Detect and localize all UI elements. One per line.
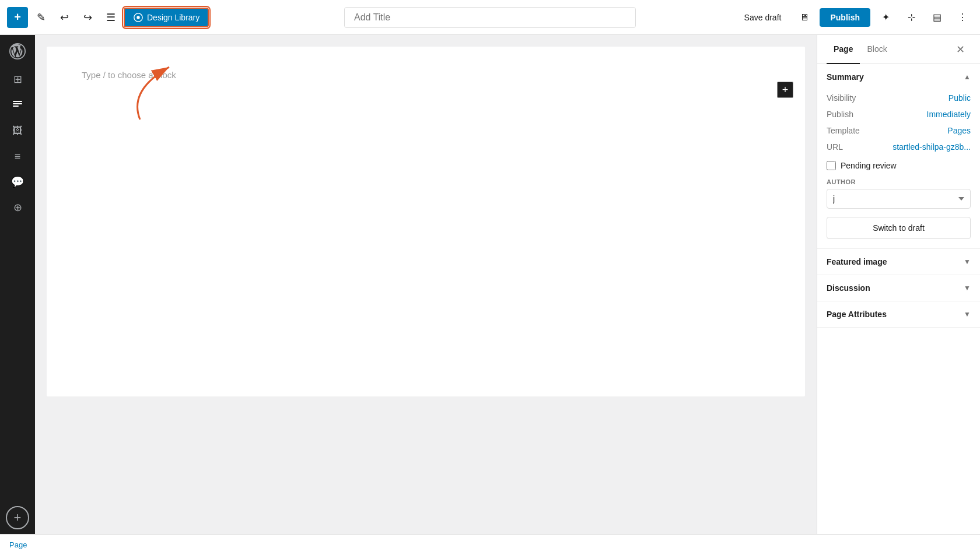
main-layout: ⊞ 🖼 ≡ 💬 ⊕ + <box>0 35 980 534</box>
svg-rect-5 <box>13 106 19 107</box>
sidebar-item-plugins[interactable]: ⊕ <box>6 196 29 219</box>
featured-image-section: Featured image ▼ <box>817 249 980 275</box>
page-attributes-title: Page Attributes <box>827 310 887 319</box>
list-icon: ☰ <box>106 11 116 24</box>
featured-image-title: Featured image <box>827 257 887 266</box>
publish-button[interactable]: Publish <box>820 8 870 27</box>
pages-icon: ≡ <box>15 150 21 163</box>
more-options-button[interactable]: ⋮ <box>952 7 973 28</box>
design-library-label: Design Library <box>147 13 200 22</box>
page-attributes-chevron-icon: ▼ <box>964 310 971 318</box>
summary-section-header[interactable]: Summary ▲ <box>817 64 980 90</box>
plus-icon: + <box>14 10 21 24</box>
visibility-label: Visibility <box>827 93 856 103</box>
plugins-icon: ⊕ <box>13 201 22 214</box>
summary-title: Summary <box>827 72 864 82</box>
pencil-icon: ✎ <box>37 11 46 24</box>
author-select[interactable]: j <box>827 189 971 209</box>
svg-point-1 <box>136 16 139 19</box>
author-section: AUTHOR j <box>827 174 971 211</box>
pending-review-row: Pending review <box>827 155 971 174</box>
tab-block[interactable]: Block <box>860 35 894 64</box>
sparkle-button[interactable]: ✦ <box>875 7 896 28</box>
dashboard-icon: ⊞ <box>13 73 22 86</box>
toolbar-right: Save draft 🖥 Publish ✦ ⊹ ▤ ⋮ <box>733 7 973 28</box>
wp-logo-icon <box>9 43 26 59</box>
sidebar-item-comments[interactable]: 💬 <box>6 170 29 194</box>
summary-section: Summary ▲ Visibility Public Publish Imme… <box>817 64 980 249</box>
toolbar-center <box>250 7 730 28</box>
url-value[interactable]: startled-shilpa-gz8b... <box>892 142 971 152</box>
discussion-header[interactable]: Discussion ▼ <box>817 275 980 301</box>
summary-content: Visibility Public Publish Immediately Te… <box>817 90 980 248</box>
toolbar: + ✎ ↩ ↪ ☰ Design Library Save draft 🖥 <box>0 0 980 35</box>
summary-chevron-up-icon: ▲ <box>964 73 971 81</box>
design-library-icon <box>133 12 144 23</box>
wordpress-logo[interactable] <box>6 40 29 63</box>
publish-meta-label: Publish <box>827 110 853 119</box>
pending-review-checkbox[interactable] <box>827 161 836 170</box>
add-block-inline-button[interactable]: + <box>777 82 793 98</box>
sidebar-item-posts[interactable] <box>6 93 29 117</box>
monitor-icon: 🖥 <box>800 12 809 23</box>
page-attributes-header[interactable]: Page Attributes ▼ <box>817 301 980 327</box>
ellipsis-icon: ⋮ <box>958 12 967 23</box>
template-value[interactable]: Pages <box>947 126 971 135</box>
publish-row: Publish Immediately <box>827 106 971 122</box>
sidebar-icon: ▤ <box>933 12 942 23</box>
plus-sidebar-icon: + <box>14 510 22 525</box>
undo-icon: ↩ <box>60 11 69 24</box>
svg-rect-4 <box>13 103 22 104</box>
close-sidebar-button[interactable]: ✕ <box>950 39 971 60</box>
add-block-toolbar-button[interactable]: + <box>7 7 28 28</box>
url-label: URL <box>827 142 843 152</box>
editor-area: Type / to choose a block + <box>35 35 817 534</box>
edit-button[interactable]: ✎ <box>30 7 51 28</box>
featured-image-chevron-icon: ▼ <box>964 258 971 266</box>
visibility-row: Visibility Public <box>827 90 971 106</box>
list-view-button[interactable]: ☰ <box>100 7 121 28</box>
bottom-bar: Page <box>0 534 980 555</box>
discussion-title: Discussion <box>827 283 870 293</box>
save-draft-button[interactable]: Save draft <box>736 9 790 26</box>
ai-button[interactable]: ⊹ <box>901 7 922 28</box>
view-button[interactable]: 🖥 <box>794 7 815 28</box>
url-row: URL startled-shilpa-gz8b... <box>827 139 971 155</box>
media-icon: 🖼 <box>12 125 23 137</box>
featured-image-header[interactable]: Featured image ▼ <box>817 249 980 275</box>
left-sidebar: ⊞ 🖼 ≡ 💬 ⊕ + <box>0 35 35 534</box>
sidebar-tabs: Page Block ✕ <box>817 35 980 64</box>
editor-canvas: Type / to choose a block + <box>47 47 805 396</box>
sidebar-item-pages[interactable]: ≡ <box>6 145 29 168</box>
posts-icon <box>12 99 23 111</box>
page-attributes-section: Page Attributes ▼ <box>817 301 980 328</box>
bottom-bar-label: Page <box>9 540 27 549</box>
comments-icon: 💬 <box>11 175 24 188</box>
redo-button[interactable]: ↪ <box>77 7 98 28</box>
right-sidebar: Page Block ✕ Summary ▲ Visibility Public <box>817 35 980 534</box>
pending-review-label: Pending review <box>841 161 897 170</box>
author-label: AUTHOR <box>827 178 971 185</box>
switch-to-draft-button[interactable]: Switch to draft <box>827 217 971 239</box>
sidebar-add-button[interactable]: + <box>6 506 29 529</box>
close-icon: ✕ <box>956 43 965 56</box>
discussion-section: Discussion ▼ <box>817 275 980 301</box>
publish-value[interactable]: Immediately <box>927 110 971 119</box>
undo-button[interactable]: ↩ <box>54 7 75 28</box>
design-library-button[interactable]: Design Library <box>124 8 209 27</box>
tab-page[interactable]: Page <box>827 35 860 64</box>
visibility-value[interactable]: Public <box>949 93 971 103</box>
settings-sidebar-button[interactable]: ▤ <box>926 7 947 28</box>
toolbar-left: + ✎ ↩ ↪ ☰ Design Library <box>7 7 247 28</box>
sidebar-item-media[interactable]: 🖼 <box>6 119 29 142</box>
template-label: Template <box>827 126 860 135</box>
sparkle-icon: ✦ <box>882 12 890 23</box>
template-row: Template Pages <box>827 122 971 139</box>
svg-rect-3 <box>13 101 22 102</box>
page-title-input[interactable] <box>344 7 636 28</box>
discussion-chevron-icon: ▼ <box>964 284 971 292</box>
block-placeholder: Type / to choose a block <box>82 70 770 80</box>
plus-block-icon: + <box>782 84 789 96</box>
redo-icon: ↪ <box>83 11 92 24</box>
sidebar-item-dashboard[interactable]: ⊞ <box>6 68 29 91</box>
